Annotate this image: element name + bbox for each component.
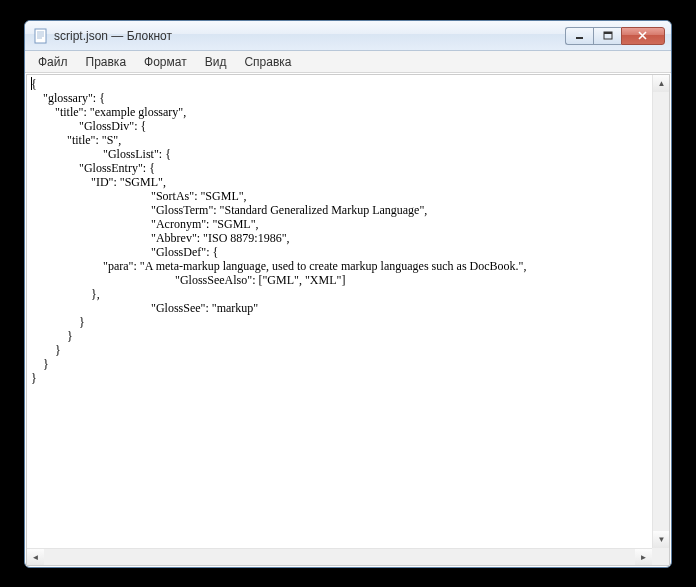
window-title: script.json — Блокнот [54,29,565,43]
scrollbar-corner [652,548,669,565]
text-caret [31,77,32,90]
menu-help[interactable]: Справка [235,53,300,71]
menu-view[interactable]: Вид [196,53,236,71]
scroll-down-button[interactable]: ▼ [653,531,670,548]
editor-container: { "glossary": { "title": "example glossa… [26,74,670,566]
text-editor[interactable]: { "glossary": { "title": "example glossa… [27,75,669,565]
horizontal-scrollbar[interactable]: ◄ ► [27,548,652,565]
window-controls [565,27,665,45]
vertical-scrollbar[interactable]: ▲ ▼ [652,75,669,548]
menu-format[interactable]: Формат [135,53,196,71]
minimize-button[interactable] [565,27,593,45]
close-button[interactable] [621,27,665,45]
scroll-up-button[interactable]: ▲ [653,75,670,92]
scroll-right-button[interactable]: ► [635,549,652,566]
menu-edit[interactable]: Правка [77,53,136,71]
menu-file[interactable]: Файл [29,53,77,71]
scroll-left-button[interactable]: ◄ [27,549,44,566]
titlebar[interactable]: script.json — Блокнот [25,21,671,51]
document-icon [33,28,49,44]
maximize-button[interactable] [593,27,621,45]
app-window: script.json — Блокнот Файл Правка Формат… [24,20,672,568]
menubar: Файл Правка Формат Вид Справка [25,51,671,73]
